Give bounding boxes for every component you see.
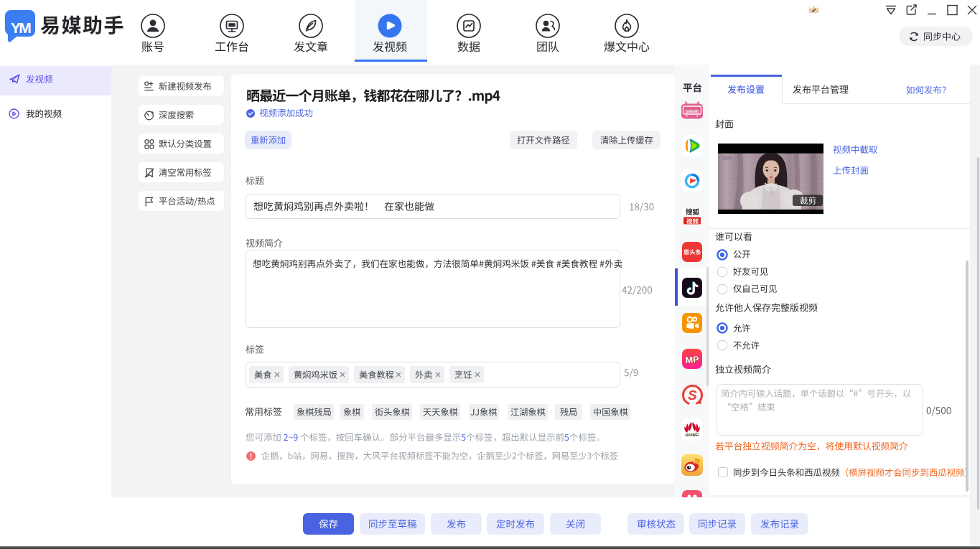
- svg-text:YM: YM: [11, 19, 32, 36]
- svg-text:HUAWEI: HUAWEI: [685, 433, 699, 437]
- svg-text:bilibili: bilibili: [686, 108, 699, 113]
- svg-text:S: S: [688, 388, 697, 403]
- svg-text:MP: MP: [685, 354, 699, 365]
